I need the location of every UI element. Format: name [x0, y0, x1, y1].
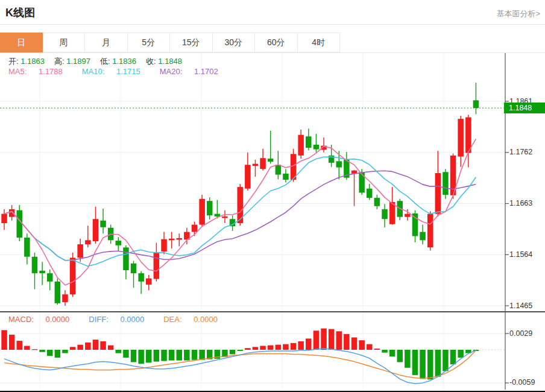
tab-period-8[interactable]: 4时 — [298, 33, 341, 52]
macd-hist-bar — [39, 350, 45, 352]
candle-body — [298, 135, 304, 156]
macd-hist-bar — [62, 350, 68, 353]
candle-body — [169, 239, 175, 241]
macd-hist-bar — [100, 341, 106, 350]
macd-hist-bar — [329, 329, 335, 350]
macd-hist-bar — [405, 350, 411, 368]
macd-hist-bar — [32, 349, 38, 350]
current-price-badge: 1.1848 — [504, 103, 545, 113]
candle-body — [154, 252, 160, 279]
macd-hist-bar — [276, 345, 282, 350]
ohlc-open: 开: 1.1863 — [8, 57, 45, 66]
candle-body — [39, 271, 45, 273]
tab-period-6[interactable]: 30分 — [213, 33, 256, 52]
candle-body — [253, 164, 259, 166]
candle-body — [405, 214, 411, 217]
candle-body — [283, 174, 289, 180]
macd-hist-bar — [146, 350, 152, 362]
macd-hist-bar — [389, 350, 395, 356]
macd-hist-bar — [427, 350, 433, 379]
candle-body — [412, 213, 418, 236]
macd-hist-bar — [184, 350, 190, 361]
candle-body — [131, 264, 137, 273]
candle-body — [276, 165, 282, 174]
candle-body — [93, 219, 99, 241]
candle-body — [215, 214, 221, 217]
candle-body — [260, 158, 266, 169]
macd-hist-bar — [123, 350, 129, 358]
macd-readout: MACD: 0.0000DIFF: 0.0000DEA: 0.0000 — [8, 315, 237, 324]
price-tick-label: 1.1465 — [509, 302, 532, 310]
candle-body — [435, 173, 441, 214]
macd-hist-bar — [260, 346, 266, 350]
macd-hist-bar — [351, 338, 358, 350]
candle-body — [146, 279, 152, 285]
ohlc-high: 高: 1.1897 — [54, 57, 90, 66]
candle-body — [17, 210, 23, 238]
period-tabbar: 日周月5分15分30分60分4时 — [0, 33, 545, 52]
macd-hist-bar — [1, 330, 7, 350]
ohlc-readout: 开: 1.1863高: 1.1897低: 1.1836收: 1.1848 — [8, 56, 192, 67]
candle-body — [62, 294, 68, 302]
macd-hist-bar — [24, 346, 30, 350]
macd-hist-bar — [435, 350, 441, 377]
tab-period-3[interactable]: 月 — [85, 33, 128, 52]
macd-hist-bar — [397, 350, 403, 362]
tab-period-7[interactable]: 60分 — [255, 33, 298, 52]
macd-hist-bar — [161, 350, 167, 361]
tab-period-4[interactable]: 5分 — [128, 33, 171, 52]
macd-hist-bar — [116, 350, 122, 353]
macd-tick-label: 0.0029 — [509, 329, 532, 338]
macd-hist-bar — [367, 344, 373, 350]
candle-body — [32, 257, 38, 273]
macd-hist-bar — [55, 350, 61, 358]
macd-hist-bar — [47, 350, 53, 356]
macd-hist-bar — [298, 341, 304, 350]
candle-body — [77, 244, 83, 258]
candle-body — [9, 209, 15, 217]
candle-body — [443, 172, 449, 195]
macd-value: MACD: 0.0000 — [8, 315, 79, 324]
candle-body — [313, 145, 320, 150]
candle-body — [374, 198, 380, 206]
macd-hist-bar — [131, 350, 137, 362]
fundamental-analysis-link[interactable]: 基本面分析> — [496, 8, 540, 19]
tab-period-1[interactable]: 日 — [0, 33, 43, 52]
macd-hist-bar — [108, 346, 114, 350]
kline-chart-canvas[interactable] — [0, 53, 545, 391]
diff-value: DIFF: 0.0000 — [89, 315, 154, 324]
macd-hist-bar — [291, 343, 297, 350]
price-tick-label: 1.1663 — [509, 199, 532, 207]
macd-hist-bar — [344, 334, 350, 350]
macd-hist-bar — [70, 347, 76, 350]
candle-body — [100, 221, 106, 227]
candle-body — [473, 100, 479, 108]
candle-body — [116, 241, 122, 245]
macd-hist-bar — [17, 341, 23, 350]
candle-body — [420, 232, 426, 241]
candle-body — [161, 239, 167, 252]
tab-period-5[interactable]: 15分 — [170, 33, 213, 52]
candle-body — [222, 217, 228, 218]
tab-period-2[interactable]: 周 — [43, 33, 86, 52]
candle-body — [192, 225, 198, 232]
candle-body — [85, 240, 91, 244]
macd-hist-bar — [154, 350, 160, 362]
ma10-value: MA10: 1.1715 — [82, 67, 150, 76]
macd-hist-bar — [382, 350, 388, 353]
macd-hist-bar — [138, 350, 144, 364]
kline-chart-area: 开: 1.1863高: 1.1897低: 1.1836收: 1.1848 MA5… — [0, 52, 545, 392]
macd-hist-bar — [245, 348, 251, 350]
price-tick-label: 1.1762 — [509, 148, 532, 156]
ohlc-close: 收: 1.1848 — [146, 57, 182, 66]
candle-body — [123, 247, 129, 270]
macd-hist-bar — [443, 350, 449, 371]
ma20-value: MA20: 1.1702 — [160, 67, 228, 76]
candle-body — [70, 258, 76, 294]
candle-body — [382, 209, 388, 219]
macd-hist-bar — [283, 344, 289, 350]
page-header: K线图 基本面分析> — [0, 0, 545, 25]
macd-hist-bar — [238, 350, 244, 351]
macd-hist-bar — [9, 335, 15, 350]
macd-hist-bar — [93, 340, 99, 350]
